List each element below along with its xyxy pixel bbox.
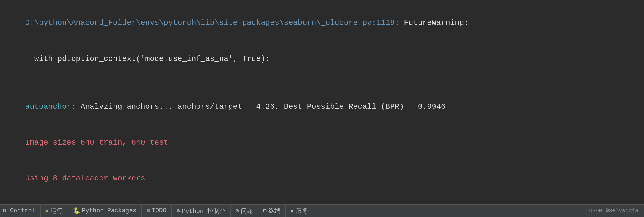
status-terminal[interactable]: ⊡ 终端 — [258, 205, 286, 217]
problems-icon: ⊙ — [236, 207, 239, 215]
dataloader-text: Using 8 dataloader workers — [25, 174, 145, 183]
python-icon: ⊕ — [177, 207, 180, 215]
control-label: n Control — [3, 207, 35, 214]
image-sizes-text: Image sizes 640 train, 640 test — [25, 138, 168, 147]
packages-label: Python Packages — [82, 207, 136, 214]
dataloader-line: Using 8 dataloader workers — [7, 161, 637, 196]
terminal-icon: ⊡ — [263, 207, 267, 215]
csdn-credit: CSDN @Selvaggia — [589, 208, 644, 214]
status-control[interactable]: n Control — [0, 205, 41, 217]
image-sizes-line: Image sizes 640 train, 640 test — [7, 125, 637, 161]
status-problems[interactable]: ⊙ 问题 — [231, 205, 258, 217]
terminal-body: D:\python\Anacond_Folder\envs\pytorch\li… — [0, 0, 644, 204]
services-icon: ▶ — [291, 207, 294, 215]
packages-icon: 🐍 — [73, 207, 80, 215]
warning-line-1: D:\python\Anacond_Folder\envs\pytorch\li… — [7, 5, 637, 41]
empty-line-1 — [7, 77, 637, 89]
status-services[interactable]: ▶ 服务 — [286, 205, 313, 217]
run-icon: ▶ — [46, 207, 49, 214]
status-todo[interactable]: ≡ TODO — [142, 205, 172, 217]
run-label: 运行 — [51, 207, 63, 215]
warning-label: : FutureWarning: — [395, 18, 469, 27]
autoanchor-text: Analyzing anchors... anchors/target = 4.… — [76, 102, 445, 111]
problems-label: 问题 — [241, 207, 253, 215]
status-bar: n Control ▶ 运行 🐍 Python Packages ≡ TODO … — [0, 204, 644, 217]
logging-line: Logging results to runs\train\exp7 — [7, 196, 637, 204]
status-python-console[interactable]: ⊕ Python 控制台 — [172, 205, 231, 217]
warning-detail: with pd.option_context('mode.use_inf_as_… — [7, 41, 637, 77]
autoanchor-label: autoanchor: — [25, 102, 76, 111]
terminal-label: 终端 — [268, 207, 280, 215]
status-packages[interactable]: 🐍 Python Packages — [68, 205, 142, 217]
autoanchor-line: autoanchor: Analyzing anchors... anchors… — [7, 89, 637, 124]
todo-label: TODO — [152, 207, 166, 214]
todo-icon: ≡ — [147, 207, 150, 214]
services-label: 服务 — [296, 207, 308, 215]
status-run[interactable]: ▶ 运行 — [41, 205, 68, 217]
python-label: Python 控制台 — [182, 207, 225, 215]
warning-path: D:\python\Anacond_Folder\envs\pytorch\li… — [25, 18, 395, 27]
